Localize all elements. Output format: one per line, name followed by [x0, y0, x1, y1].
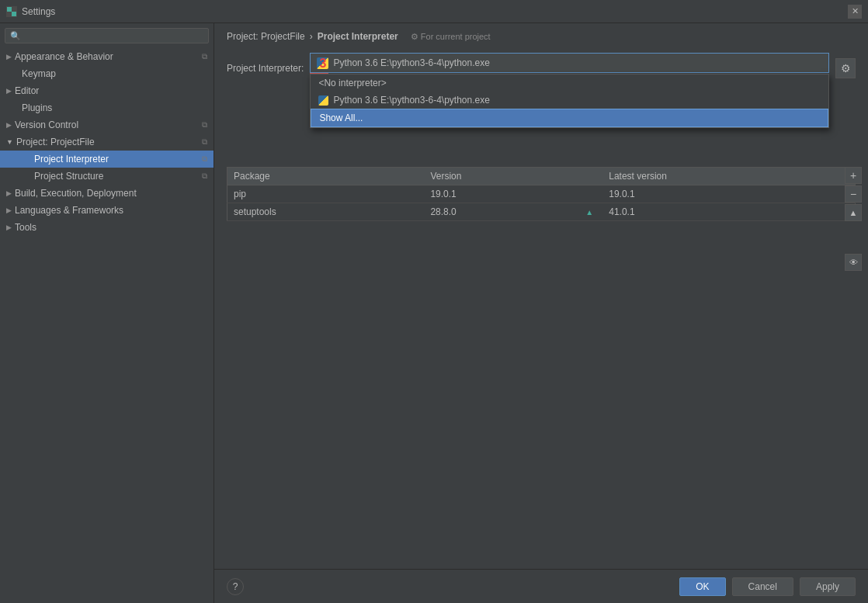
- arrow-icon: ▶: [6, 189, 12, 197]
- sidebar-item-label: Project Structure: [34, 171, 103, 182]
- content-area: Project: ProjectFile › Project Interpret…: [214, 23, 868, 603]
- sidebar-item-label: Project: ProjectFile: [16, 137, 95, 147]
- remove-package-button[interactable]: −: [845, 185, 862, 203]
- packages-area: Package Version Latest version pip 19.0.…: [214, 89, 868, 569]
- right-actions: + − ▲ 4 👁: [842, 167, 865, 271]
- title-bar: Settings ✕: [0, 0, 868, 23]
- svg-rect-1: [12, 12, 16, 16]
- sidebar-item-build[interactable]: ▶ Build, Execution, Deployment: [0, 185, 214, 202]
- copy-icon: ⧉: [202, 154, 207, 164]
- svg-rect-0: [7, 7, 12, 12]
- sidebar-item-project-structure[interactable]: Project Structure ⧉: [0, 168, 214, 185]
- breadcrumb-separator: ›: [310, 31, 313, 42]
- help-button[interactable]: ?: [227, 578, 244, 595]
- breadcrumb-current: Project Interpreter: [318, 31, 398, 42]
- sidebar-item-label: Keymap: [22, 68, 56, 79]
- add-package-button[interactable]: +: [845, 167, 862, 184]
- col-package: Package: [227, 168, 425, 185]
- gear-icon: ⚙: [841, 62, 851, 75]
- annotation-3: 3: [319, 57, 326, 71]
- sidebar-item-version-control[interactable]: ▶ Version Control ⧉: [0, 116, 214, 133]
- python-icon-small: [318, 95, 328, 106]
- table-row: setuptools 28.8.0 ▲ 41.0.1: [227, 203, 856, 221]
- package-version: 28.8.0: [424, 203, 579, 221]
- python36-label: Python 3.6 E:\python3-6-4\python.exe: [333, 95, 489, 106]
- sidebar-item-keymap[interactable]: Keymap: [0, 65, 214, 82]
- cancel-button[interactable]: Cancel: [732, 577, 793, 596]
- interpreter-input[interactable]: Python 3.6 E:\python3-6-4\python.exe: [310, 53, 829, 73]
- gear-button[interactable]: ⚙: [835, 58, 856, 78]
- sidebar-item-project[interactable]: ▼ Project: ProjectFile ⧉: [0, 133, 214, 151]
- copy-icon: ⧉: [202, 137, 207, 147]
- upgrade-icon: ▲: [849, 208, 858, 217]
- sidebar: 🔍 ▶ Appearance & Behavior ⧉ Keymap ▶ Edi…: [0, 23, 214, 603]
- interpreter-dropdown-wrapper: Python 3.6 E:\python3-6-4\python.exe 3 ▼…: [310, 53, 829, 83]
- eye-button[interactable]: 👁: [845, 254, 862, 271]
- ok-button[interactable]: OK: [679, 577, 725, 596]
- col-upgrade: [579, 168, 602, 185]
- upgrade-icon: [579, 185, 602, 203]
- arrow-icon: ▶: [6, 53, 12, 61]
- package-name: pip: [227, 185, 425, 203]
- breadcrumb: Project: ProjectFile › Project Interpret…: [214, 23, 868, 47]
- dropdown-item-python36[interactable]: Python 3.6 E:\python3-6-4\python.exe: [311, 92, 828, 109]
- apply-button[interactable]: Apply: [800, 577, 856, 596]
- sidebar-item-tools[interactable]: ▶ Tools: [0, 219, 214, 236]
- interpreter-label: Project Interpreter:: [227, 63, 304, 74]
- upgrade-icon: ▲: [579, 203, 602, 221]
- upgrade-package-button[interactable]: ▲ 4: [845, 204, 862, 221]
- show-all-label: Show All...: [319, 113, 363, 123]
- latest-version: 19.0.1: [602, 185, 855, 203]
- interpreter-row: Project Interpreter: Python 3.6 E:\pytho…: [227, 53, 856, 83]
- search-box[interactable]: 🔍: [5, 28, 209, 43]
- sidebar-item-label: Build, Execution, Deployment: [15, 188, 137, 199]
- copy-icon: ⧉: [202, 120, 207, 130]
- dropdown-item-no-interpreter[interactable]: <No interpreter>: [311, 75, 828, 92]
- copy-icon: ⧉: [202, 52, 207, 61]
- breadcrumb-project: Project: ProjectFile: [227, 31, 305, 42]
- interpreter-section: Project Interpreter: Python 3.6 E:\pytho…: [214, 47, 868, 89]
- close-button[interactable]: ✕: [848, 5, 862, 19]
- sidebar-item-languages[interactable]: ▶ Languages & Frameworks: [0, 202, 214, 219]
- sidebar-item-editor[interactable]: ▶ Editor: [0, 82, 214, 99]
- col-latest: Latest version: [602, 168, 855, 185]
- arrow-icon: ▶: [6, 87, 12, 95]
- bottom-bar: ? OK Cancel Apply: [214, 569, 868, 603]
- add-icon: +: [850, 169, 856, 182]
- sidebar-item-label: Version Control: [15, 120, 78, 130]
- dropdown-item-show-all[interactable]: Show All...: [311, 109, 828, 127]
- app-icon: [6, 6, 17, 17]
- no-interpreter-label: <No interpreter>: [318, 78, 386, 88]
- window-title: Settings: [22, 6, 55, 17]
- search-icon: 🔍: [10, 31, 21, 41]
- package-version: 19.0.1: [424, 185, 579, 203]
- main-container: 🔍 ▶ Appearance & Behavior ⧉ Keymap ▶ Edi…: [0, 23, 868, 603]
- sidebar-item-label: Tools: [15, 222, 36, 233]
- table-row: pip 19.0.1 19.0.1: [227, 185, 856, 203]
- interpreter-value: Python 3.6 E:\python3-6-4\python.exe: [333, 57, 489, 68]
- arrow-icon: ▶: [6, 121, 12, 129]
- sidebar-item-appearance[interactable]: ▶ Appearance & Behavior ⧉: [0, 48, 214, 65]
- sidebar-item-project-interpreter[interactable]: Project Interpreter ⧉ 2: [0, 151, 214, 168]
- arrow-icon: ▶: [6, 224, 12, 231]
- package-name: setuptools: [227, 203, 425, 221]
- search-input[interactable]: [24, 30, 203, 41]
- packages-table: Package Version Latest version pip 19.0.…: [227, 167, 856, 221]
- eye-icon: 👁: [849, 258, 858, 267]
- copy-icon: ⧉: [202, 172, 207, 181]
- arrow-icon: ▼: [6, 138, 13, 146]
- remove-icon: −: [850, 188, 856, 200]
- interpreter-dropdown: <No interpreter> Python 3.6 E:\python3-6…: [310, 74, 829, 128]
- sidebar-item-label: Project Interpreter: [34, 154, 109, 165]
- col-version: Version: [424, 168, 579, 185]
- sidebar-item-label: Appearance & Behavior: [15, 51, 113, 62]
- sidebar-item-plugins[interactable]: Plugins: [0, 99, 214, 116]
- breadcrumb-for-project: ⚙ For current project: [411, 32, 491, 42]
- latest-version: 41.0.1: [602, 203, 855, 221]
- sidebar-item-label: Plugins: [22, 102, 52, 113]
- arrow-icon: ▶: [6, 206, 12, 214]
- sidebar-item-label: Editor: [15, 85, 39, 96]
- sidebar-item-label: Languages & Frameworks: [15, 205, 123, 216]
